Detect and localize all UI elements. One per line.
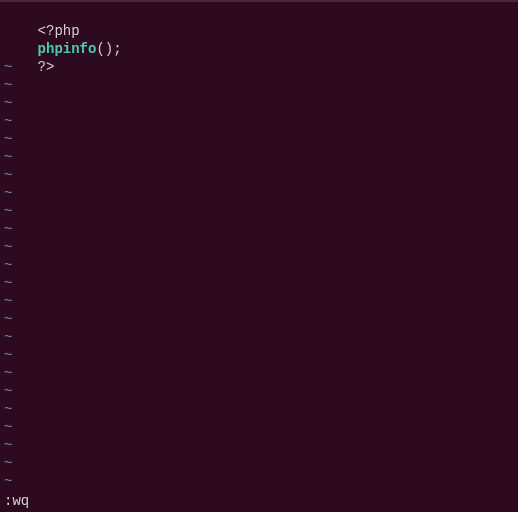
php-close-tag: ?> (38, 59, 55, 75)
empty-line-tilde: ~ (4, 112, 514, 130)
empty-line-tilde: ~ (4, 166, 514, 184)
vim-command-line[interactable]: :wq (4, 492, 29, 510)
editor-area[interactable]: <?php phpinfo(); ?> ~~~~~~~~~~~~~~~~~~~~… (0, 2, 518, 492)
empty-line-tilde: ~ (4, 400, 514, 418)
empty-line-tilde: ~ (4, 472, 514, 490)
empty-line-tilde: ~ (4, 256, 514, 274)
empty-line-tilde: ~ (4, 238, 514, 256)
empty-line-tilde: ~ (4, 328, 514, 346)
empty-line-tilde: ~ (4, 202, 514, 220)
empty-line-tilde: ~ (4, 274, 514, 292)
php-function-name: phpinfo (38, 41, 97, 57)
empty-line-tilde: ~ (4, 148, 514, 166)
empty-line-tilde: ~ (4, 220, 514, 238)
empty-line-tilde: ~ (4, 346, 514, 364)
empty-line-tilde: ~ (4, 364, 514, 382)
php-open-tag: <?php (38, 23, 80, 39)
empty-line-tilde: ~ (4, 436, 514, 454)
empty-line-tilde: ~ (4, 418, 514, 436)
empty-line-tilde: ~ (4, 76, 514, 94)
empty-line-tilde: ~ (4, 310, 514, 328)
empty-line-tilde: ~ (4, 490, 514, 492)
empty-line-tilde: ~ (4, 292, 514, 310)
empty-line-tilde: ~ (4, 184, 514, 202)
code-line-2: phpinfo(); (4, 22, 514, 40)
empty-line-tilde: ~ (4, 382, 514, 400)
php-parentheses: (); (96, 41, 121, 57)
empty-line-tilde: ~ (4, 58, 514, 76)
empty-line-tilde: ~ (4, 454, 514, 472)
empty-line-tilde: ~ (4, 94, 514, 112)
empty-line-tilde: ~ (4, 130, 514, 148)
code-line-1: <?php (4, 4, 514, 22)
